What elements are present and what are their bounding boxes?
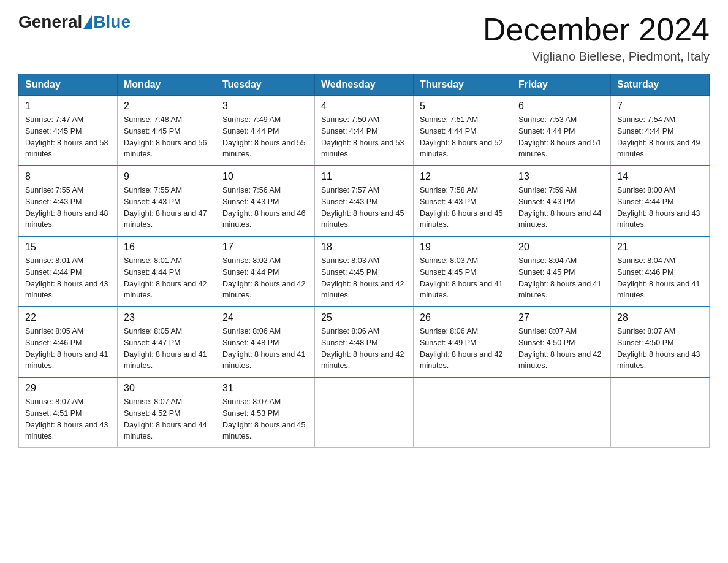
day-info: Sunrise: 8:03 AMSunset: 4:45 PMDaylight:…	[321, 256, 404, 299]
day-header-monday: Monday	[118, 74, 216, 96]
calendar-table: SundayMondayTuesdayWednesdayThursdayFrid…	[18, 74, 710, 448]
day-number: 23	[124, 312, 210, 323]
day-number: 16	[124, 242, 210, 253]
day-info: Sunrise: 8:07 AMSunset: 4:51 PMDaylight:…	[25, 397, 108, 440]
calendar-week-1: 1 Sunrise: 7:47 AMSunset: 4:45 PMDayligh…	[19, 96, 710, 166]
calendar-cell: 18 Sunrise: 8:03 AMSunset: 4:45 PMDaylig…	[315, 236, 414, 307]
calendar-week-2: 8 Sunrise: 7:55 AMSunset: 4:43 PMDayligh…	[19, 166, 710, 236]
day-info: Sunrise: 8:05 AMSunset: 4:47 PMDaylight:…	[124, 327, 207, 370]
calendar-cell: 10 Sunrise: 7:56 AMSunset: 4:43 PMDaylig…	[216, 166, 315, 236]
day-number: 7	[617, 101, 703, 112]
day-number: 6	[518, 101, 604, 112]
page-header: General Blue December 2024 Vigliano Biel…	[18, 12, 710, 64]
day-info: Sunrise: 7:50 AMSunset: 4:44 PMDaylight:…	[321, 115, 404, 158]
day-info: Sunrise: 8:00 AMSunset: 4:44 PMDaylight:…	[617, 186, 700, 229]
day-info: Sunrise: 8:05 AMSunset: 4:46 PMDaylight:…	[25, 327, 108, 370]
day-number: 13	[518, 171, 604, 182]
day-number: 2	[124, 101, 210, 112]
day-number: 25	[321, 312, 407, 323]
day-info: Sunrise: 7:57 AMSunset: 4:43 PMDaylight:…	[321, 186, 404, 229]
calendar-cell: 21 Sunrise: 8:04 AMSunset: 4:46 PMDaylig…	[611, 236, 710, 307]
day-info: Sunrise: 8:01 AMSunset: 4:44 PMDaylight:…	[25, 256, 108, 299]
day-info: Sunrise: 7:54 AMSunset: 4:44 PMDaylight:…	[617, 115, 700, 158]
calendar-cell: 15 Sunrise: 8:01 AMSunset: 4:44 PMDaylig…	[19, 236, 118, 307]
day-number: 15	[25, 242, 111, 253]
day-number: 28	[617, 312, 703, 323]
logo: General Blue	[18, 12, 131, 32]
calendar-cell: 16 Sunrise: 8:01 AMSunset: 4:44 PMDaylig…	[118, 236, 216, 307]
day-info: Sunrise: 7:53 AMSunset: 4:44 PMDaylight:…	[518, 115, 602, 158]
calendar-cell: 20 Sunrise: 8:04 AMSunset: 4:45 PMDaylig…	[512, 236, 611, 307]
calendar-cell: 13 Sunrise: 7:59 AMSunset: 4:43 PMDaylig…	[512, 166, 611, 236]
calendar-cell: 28 Sunrise: 8:07 AMSunset: 4:50 PMDaylig…	[611, 307, 710, 377]
calendar-cell: 3 Sunrise: 7:49 AMSunset: 4:44 PMDayligh…	[216, 96, 315, 166]
day-info: Sunrise: 8:04 AMSunset: 4:46 PMDaylight:…	[617, 256, 700, 299]
calendar-cell: 24 Sunrise: 8:06 AMSunset: 4:48 PMDaylig…	[216, 307, 315, 377]
day-number: 20	[518, 242, 604, 253]
calendar-cell: 1 Sunrise: 7:47 AMSunset: 4:45 PMDayligh…	[19, 96, 118, 166]
day-number: 21	[617, 242, 703, 253]
day-info: Sunrise: 8:01 AMSunset: 4:44 PMDaylight:…	[124, 256, 207, 299]
calendar-cell: 29 Sunrise: 8:07 AMSunset: 4:51 PMDaylig…	[19, 377, 118, 448]
day-header-sunday: Sunday	[19, 74, 118, 96]
calendar-cell: 12 Sunrise: 7:58 AMSunset: 4:43 PMDaylig…	[414, 166, 512, 236]
day-info: Sunrise: 7:59 AMSunset: 4:43 PMDaylight:…	[518, 186, 602, 229]
calendar-cell: 30 Sunrise: 8:07 AMSunset: 4:52 PMDaylig…	[118, 377, 216, 448]
calendar-cell: 25 Sunrise: 8:06 AMSunset: 4:48 PMDaylig…	[315, 307, 414, 377]
day-number: 31	[222, 383, 308, 394]
logo-general-text: General	[18, 12, 82, 32]
calendar-cell: 8 Sunrise: 7:55 AMSunset: 4:43 PMDayligh…	[19, 166, 118, 236]
location: Vigliano Biellese, Piedmont, Italy	[483, 50, 710, 64]
calendar-cell: 19 Sunrise: 8:03 AMSunset: 4:45 PMDaylig…	[414, 236, 512, 307]
day-number: 9	[124, 171, 210, 182]
day-info: Sunrise: 8:04 AMSunset: 4:45 PMDaylight:…	[518, 256, 602, 299]
day-info: Sunrise: 7:55 AMSunset: 4:43 PMDaylight:…	[124, 186, 207, 229]
day-header-wednesday: Wednesday	[315, 74, 414, 96]
title-section: December 2024 Vigliano Biellese, Piedmon…	[483, 12, 710, 64]
day-info: Sunrise: 8:07 AMSunset: 4:50 PMDaylight:…	[617, 327, 700, 370]
day-number: 18	[321, 242, 407, 253]
day-number: 27	[518, 312, 604, 323]
day-info: Sunrise: 8:06 AMSunset: 4:48 PMDaylight:…	[222, 327, 306, 370]
calendar-cell: 2 Sunrise: 7:48 AMSunset: 4:45 PMDayligh…	[118, 96, 216, 166]
calendar-cell	[512, 377, 611, 448]
header-row: SundayMondayTuesdayWednesdayThursdayFrid…	[19, 74, 710, 96]
day-number: 30	[124, 383, 210, 394]
day-number: 1	[25, 101, 111, 112]
day-info: Sunrise: 8:06 AMSunset: 4:48 PMDaylight:…	[321, 327, 404, 370]
day-header-friday: Friday	[512, 74, 611, 96]
day-info: Sunrise: 7:56 AMSunset: 4:43 PMDaylight:…	[222, 186, 306, 229]
calendar-cell: 6 Sunrise: 7:53 AMSunset: 4:44 PMDayligh…	[512, 96, 611, 166]
day-number: 22	[25, 312, 111, 323]
day-number: 14	[617, 171, 703, 182]
calendar-week-4: 22 Sunrise: 8:05 AMSunset: 4:46 PMDaylig…	[19, 307, 710, 377]
day-info: Sunrise: 7:58 AMSunset: 4:43 PMDaylight:…	[420, 186, 503, 229]
day-number: 24	[222, 312, 308, 323]
calendar-cell: 31 Sunrise: 8:07 AMSunset: 4:53 PMDaylig…	[216, 377, 315, 448]
day-info: Sunrise: 8:07 AMSunset: 4:52 PMDaylight:…	[124, 397, 207, 440]
calendar-cell: 9 Sunrise: 7:55 AMSunset: 4:43 PMDayligh…	[118, 166, 216, 236]
day-info: Sunrise: 8:02 AMSunset: 4:44 PMDaylight:…	[222, 256, 306, 299]
calendar-cell: 4 Sunrise: 7:50 AMSunset: 4:44 PMDayligh…	[315, 96, 414, 166]
day-info: Sunrise: 8:07 AMSunset: 4:53 PMDaylight:…	[222, 397, 306, 440]
calendar-cell	[414, 377, 512, 448]
day-number: 5	[420, 101, 506, 112]
calendar-week-3: 15 Sunrise: 8:01 AMSunset: 4:44 PMDaylig…	[19, 236, 710, 307]
day-number: 12	[420, 171, 506, 182]
day-number: 29	[25, 383, 111, 394]
day-header-saturday: Saturday	[611, 74, 710, 96]
day-info: Sunrise: 8:03 AMSunset: 4:45 PMDaylight:…	[420, 256, 503, 299]
day-number: 17	[222, 242, 308, 253]
day-number: 26	[420, 312, 506, 323]
day-info: Sunrise: 7:48 AMSunset: 4:45 PMDaylight:…	[124, 115, 207, 158]
logo-blue-text: Blue	[93, 12, 131, 32]
calendar-cell: 11 Sunrise: 7:57 AMSunset: 4:43 PMDaylig…	[315, 166, 414, 236]
calendar-cell: 26 Sunrise: 8:06 AMSunset: 4:49 PMDaylig…	[414, 307, 512, 377]
day-header-tuesday: Tuesday	[216, 74, 315, 96]
calendar-cell: 17 Sunrise: 8:02 AMSunset: 4:44 PMDaylig…	[216, 236, 315, 307]
day-info: Sunrise: 7:51 AMSunset: 4:44 PMDaylight:…	[420, 115, 503, 158]
calendar-cell: 27 Sunrise: 8:07 AMSunset: 4:50 PMDaylig…	[512, 307, 611, 377]
calendar-cell: 5 Sunrise: 7:51 AMSunset: 4:44 PMDayligh…	[414, 96, 512, 166]
day-info: Sunrise: 7:55 AMSunset: 4:43 PMDaylight:…	[25, 186, 108, 229]
day-info: Sunrise: 7:47 AMSunset: 4:45 PMDaylight:…	[25, 115, 108, 158]
